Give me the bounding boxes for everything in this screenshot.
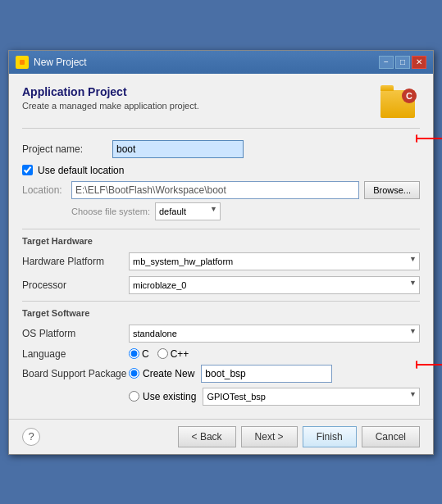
title-bar-left: New Project [16,56,87,69]
bsp-name-input[interactable] [201,365,332,383]
back-button[interactable]: < Back [178,426,236,447]
use-default-location-row: Use default location [22,165,420,176]
filesystem-label: Choose file system: [71,207,150,216]
language-label: Language [22,348,129,360]
bsp-existing-content: Use existing GPIOTest_bsp [129,388,420,406]
next-button[interactable]: Next > [241,426,298,447]
bsp-existing-row: Use existing GPIOTest_bsp [22,388,420,406]
red-arrow-bsp [416,358,442,383]
svg-rect-1 [20,60,25,65]
os-platform-wrapper: standalone [129,325,420,343]
dialog-title: Application Project [22,85,199,98]
language-radio-group: C C++ [129,348,189,360]
restore-button[interactable]: □ [395,56,410,69]
folder-c-badge: C [402,89,417,103]
language-c-radio[interactable] [129,348,139,359]
bsp-existing-select[interactable]: GPIOTest_bsp [203,388,420,406]
location-row: Location: Browse... [22,181,420,199]
title-bar: New Project − □ ✕ [9,51,433,74]
bsp-existing-label: Use existing [143,391,196,402]
language-cpp-radio[interactable] [157,348,168,359]
language-cpp-option: C++ [157,348,189,360]
new-project-window: New Project − □ ✕ Application Project Cr… [8,50,434,455]
location-label: Location: [22,184,71,196]
bsp-existing-radio-wrapper: Use existing [129,391,196,402]
language-c-label: C [142,348,149,360]
os-platform-row: OS Platform standalone [22,325,420,343]
title-buttons: − □ ✕ [379,56,426,69]
processor-select[interactable]: microblaze_0 [129,276,420,294]
bsp-existing-select-wrapper: GPIOTest_bsp [203,388,420,406]
filesystem-dropdown-wrapper: default [155,202,221,220]
language-cpp-label: C++ [171,348,189,360]
processor-label: Processor [22,279,129,291]
browse-button[interactable]: Browse... [364,181,420,199]
language-row: Language C C++ [22,348,420,360]
use-default-location-label: Use default location [38,165,124,176]
target-software-header: Target Software [22,308,420,318]
dialog-subtitle: Create a managed make application projec… [22,101,199,111]
window-title: New Project [34,57,87,68]
os-platform-label: OS Platform [22,328,129,339]
filesystem-row: Choose file system: default [71,202,420,220]
hardware-platform-row: Hardware Platform mb_system_hw_platform [22,252,420,270]
project-name-row: Project name: [22,140,420,158]
dialog-content: Application Project Create a managed mak… [9,74,433,419]
red-arrow-name [416,132,442,157]
minimize-button[interactable]: − [379,56,394,69]
app-icon: C [380,85,420,120]
bsp-input-wrapper [201,365,420,383]
project-name-input[interactable] [112,140,244,158]
bsp-existing-radio[interactable] [129,391,139,402]
bsp-create-radio[interactable] [129,368,139,379]
bsp-create-radio-wrapper: Create New [129,368,194,379]
target-hardware-header: Target Hardware [22,236,420,246]
use-default-location-checkbox[interactable] [22,165,33,175]
hardware-platform-select[interactable]: mb_system_hw_platform [129,252,420,270]
hardware-platform-label: Hardware Platform [22,256,129,267]
bsp-label: Board Support Package [22,368,129,379]
window-icon [16,56,29,69]
processor-row: Processor microblaze_0 [22,276,420,294]
cancel-button[interactable]: Cancel [362,426,420,447]
footer: ? < Back Next > Finish Cancel [9,419,433,454]
processor-wrapper: microblaze_0 [129,276,420,294]
project-name-wrapper [112,140,420,158]
filesystem-select[interactable]: default [155,202,221,220]
location-input[interactable] [71,181,359,199]
bsp-content: Create New [129,365,420,383]
footer-buttons: < Back Next > Finish Cancel [178,426,420,447]
close-button[interactable]: ✕ [412,56,426,69]
hardware-platform-wrapper: mb_system_hw_platform [129,252,420,270]
app-header-text: Application Project Create a managed mak… [22,85,199,111]
language-c-option: C [129,348,149,360]
project-name-label: Project name: [22,143,112,155]
separator-2 [22,301,420,302]
app-header: Application Project Create a managed mak… [22,85,420,129]
bsp-create-label: Create New [143,368,194,379]
folder-icon: C [380,90,415,118]
finish-button[interactable]: Finish [303,426,357,447]
help-button[interactable]: ? [22,428,40,446]
os-platform-select[interactable]: standalone [129,325,420,343]
separator-1 [22,229,420,229]
bsp-create-row: Board Support Package Create New [22,365,420,383]
